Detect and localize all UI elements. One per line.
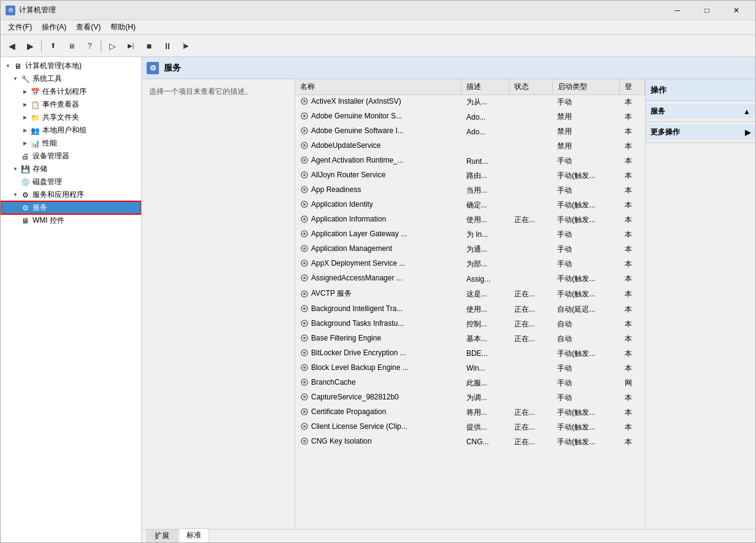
play-next-button[interactable]: ▶| xyxy=(122,38,139,54)
label-system-tools: 系统工具 xyxy=(33,74,62,84)
task-scheduler-icon: 📅 xyxy=(30,87,40,97)
col-desc[interactable]: 描述 xyxy=(461,79,509,95)
sidebar-item-shared-folders[interactable]: ▶ 📁 共享文件夹 xyxy=(1,111,141,124)
svg-point-25 xyxy=(303,277,306,279)
col-name[interactable]: 名称 xyxy=(295,79,461,95)
help-button[interactable]: ? xyxy=(81,38,98,54)
close-button[interactable]: ✕ xyxy=(722,1,750,20)
right-action-group-services: 服务 ▲ xyxy=(646,101,755,122)
table-row[interactable]: Application Information使用...正在...手动(触发..… xyxy=(295,213,645,228)
col-status[interactable]: 状态 xyxy=(509,79,552,95)
service-startup-cell: 手动(触发... xyxy=(552,169,620,183)
services-panel[interactable]: 名称 描述 状态 启动类型 登 ActiveX Installer (AxIns… xyxy=(295,79,645,529)
svg-point-15 xyxy=(303,203,306,206)
service-login-cell: 本 xyxy=(620,213,645,228)
service-name-cell: ActiveX Installer (AxInstSV) xyxy=(295,95,461,110)
table-row[interactable]: Adobe Genuine Monitor S...Ado...禁用本 xyxy=(295,110,645,125)
back-button[interactable]: ◀ xyxy=(3,38,20,54)
service-desc-cell: Assig... xyxy=(461,272,509,287)
gear-icon xyxy=(300,215,309,223)
play-button[interactable]: ▷ xyxy=(104,38,121,54)
table-row[interactable]: Application Identity确定...手动(触发...本 xyxy=(295,198,645,213)
sidebar-item-wmi[interactable]: 🖥 WMI 控件 xyxy=(1,214,141,227)
table-row[interactable]: Application Management为通...手动本 xyxy=(295,242,645,257)
right-action-label-more[interactable]: 更多操作 ▶ xyxy=(646,125,755,140)
sidebar-item-system-tools[interactable]: ▼ 🔧 系统工具 xyxy=(1,72,141,85)
shared-folders-icon: 📁 xyxy=(30,113,40,123)
service-name-cell: Block Level Backup Engine ... xyxy=(295,361,461,375)
col-login[interactable]: 登 xyxy=(620,79,645,95)
gear-icon xyxy=(300,244,309,253)
menu-help[interactable]: 帮助(H) xyxy=(106,21,141,34)
tab-expand[interactable]: 扩展 xyxy=(147,529,177,542)
show-hide-button[interactable]: 🖥 xyxy=(63,38,80,54)
forward-button[interactable]: ▶ xyxy=(21,38,39,54)
service-login-cell: 本 xyxy=(620,287,645,302)
service-desc-cell: 控制... xyxy=(461,317,509,331)
sidebar-item-task-scheduler[interactable]: ▶ 📅 任务计划程序 xyxy=(1,85,141,98)
content-body-row: 选择一个项目来查看它的描述。 名称 描述 状态 启动类型 登 xyxy=(142,79,755,529)
storage-icon: 💾 xyxy=(20,164,30,174)
gear-icon xyxy=(300,171,309,179)
table-row[interactable]: Base Filtering Engine基本...正在...自动本 xyxy=(295,331,645,346)
table-row[interactable]: CNG Key IsolationCNG...正在...手动(触发...本 xyxy=(295,434,645,449)
up-button[interactable]: ⬆ xyxy=(44,38,61,54)
services-header-icon: ⚙ xyxy=(147,62,159,74)
table-row[interactable]: BranchCache此服...手动网 xyxy=(295,375,645,390)
table-row[interactable]: App Readiness当用...手动本 xyxy=(295,183,645,198)
table-row[interactable]: Agent Activation Runtime_...Runt...手动本 xyxy=(295,154,645,169)
service-name-cell: CaptureService_982812b0 xyxy=(295,390,461,405)
table-row[interactable]: Block Level Backup Engine ...Win...手动本 xyxy=(295,361,645,375)
service-startup-cell: 手动 xyxy=(552,257,620,272)
sidebar-item-services-apps[interactable]: ▼ ⚙ 服务和应用程序 xyxy=(1,188,141,201)
service-desc-cell: 当用... xyxy=(461,183,509,198)
sidebar-item-local-users[interactable]: ▶ 👥 本地用户和组 xyxy=(1,124,141,137)
service-name-cell: Adobe Genuine Monitor S... xyxy=(295,110,461,125)
stop-button[interactable]: ■ xyxy=(141,38,158,54)
svg-point-37 xyxy=(303,366,306,369)
table-row[interactable]: Application Layer Gateway ...为 In...手动本 xyxy=(295,228,645,242)
menu-view[interactable]: 查看(V) xyxy=(71,21,106,34)
pause-button[interactable]: ⏸ xyxy=(159,38,176,54)
service-name-cell: Application Management xyxy=(295,242,461,257)
service-desc-cell: 这是... xyxy=(461,287,509,302)
table-row[interactable]: CaptureService_982812b0为调...手动本 xyxy=(295,390,645,405)
service-login-cell: 本 xyxy=(620,405,645,420)
service-status-cell xyxy=(509,183,552,198)
sidebar-item-performance[interactable]: ▶ 📊 性能 xyxy=(1,137,141,150)
col-startup[interactable]: 启动类型 xyxy=(552,79,620,95)
service-desc-cell: 为通... xyxy=(461,242,509,257)
table-row[interactable]: Certificate Propagation将用...正在...手动(触发..… xyxy=(295,405,645,420)
menu-action[interactable]: 操作(A) xyxy=(37,21,71,34)
menu-file[interactable]: 文件(F) xyxy=(3,21,37,34)
service-status-cell xyxy=(509,390,552,405)
table-row[interactable]: AllJoyn Router Service路由...手动(触发...本 xyxy=(295,169,645,183)
service-status-cell xyxy=(509,169,552,183)
gear-icon xyxy=(300,407,309,416)
sidebar-item-disk-management[interactable]: 💿 磁盘管理 xyxy=(1,175,141,188)
table-row[interactable]: BitLocker Drive Encryption ...BDE...手动(触… xyxy=(295,346,645,361)
table-row[interactable]: Background Intelligent Tra...使用...正在...自… xyxy=(295,302,645,317)
minimize-button[interactable]: ─ xyxy=(663,1,692,20)
table-row[interactable]: ActiveX Installer (AxInstSV)为从...手动本 xyxy=(295,95,645,110)
sidebar-item-storage[interactable]: ▼ 💾 存储 xyxy=(1,163,141,175)
tab-standard[interactable]: 标准 xyxy=(179,528,209,542)
right-action-label-services[interactable]: 服务 ▲ xyxy=(646,104,755,119)
toolbar-separator-1 xyxy=(41,40,42,52)
table-row[interactable]: AVCTP 服务这是...正在...手动(触发...本 xyxy=(295,287,645,302)
sidebar-item-device-manager[interactable]: 🖨 设备管理器 xyxy=(1,150,141,163)
table-row[interactable]: Adobe Genuine Software I...Ado...禁用本 xyxy=(295,125,645,139)
title-bar: ⚙ 计算机管理 ─ □ ✕ xyxy=(1,1,755,20)
gear-icon xyxy=(300,229,309,238)
sidebar-item-computer[interactable]: ▼ 🖥 计算机管理(本地) xyxy=(1,60,141,72)
sidebar-item-event-viewer[interactable]: ▶ 📋 事件查看器 xyxy=(1,98,141,111)
sidebar-item-services[interactable]: ⚙ 服务 xyxy=(1,201,141,214)
service-desc-cell: 为从... xyxy=(461,95,509,110)
table-row[interactable]: AdobeUpdateService禁用本 xyxy=(295,139,645,154)
table-row[interactable]: Client License Service (Clip...提供...正在..… xyxy=(295,420,645,434)
table-row[interactable]: Background Tasks Infrastu...控制...正在...自动… xyxy=(295,317,645,331)
maximize-button[interactable]: □ xyxy=(693,1,721,20)
table-row[interactable]: AppX Deployment Service ...为部...手动本 xyxy=(295,257,645,272)
restart-button[interactable]: |▶ xyxy=(177,38,195,54)
table-row[interactable]: AssignedAccessManager ...Assig...手动(触发..… xyxy=(295,272,645,287)
